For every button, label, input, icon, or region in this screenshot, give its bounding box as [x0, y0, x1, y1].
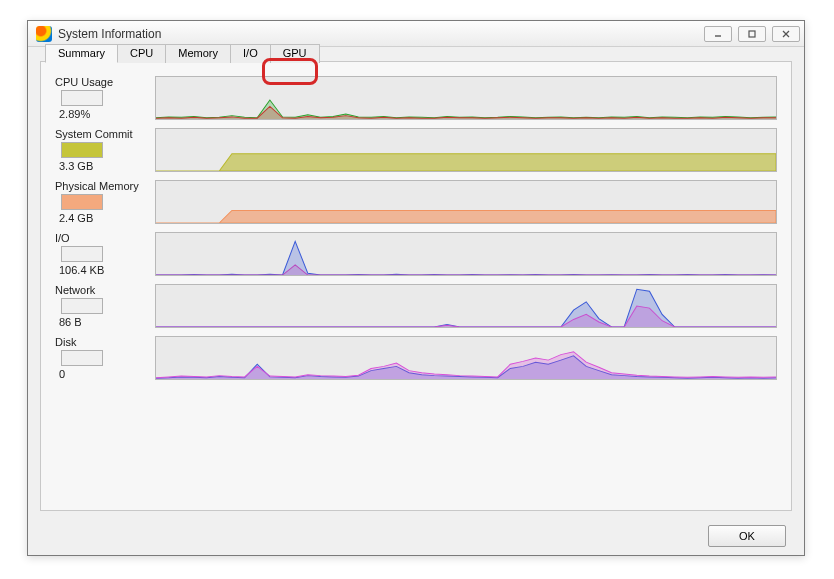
close-button[interactable] — [772, 26, 800, 42]
metric-row-net: Network86 B — [55, 284, 777, 328]
tabs-row: SummaryCPUMemoryI/OGPU — [45, 44, 319, 63]
metric-label: Network — [55, 284, 155, 296]
metric-row-disk: Disk0 — [55, 336, 777, 380]
graph-io — [155, 232, 777, 276]
metric-value: 0 — [59, 368, 155, 380]
tab-memory[interactable]: Memory — [165, 44, 231, 63]
graph-net — [155, 284, 777, 328]
metric-row-phys: Physical Memory2.4 GB — [55, 180, 777, 224]
metric-value: 3.3 GB — [59, 160, 155, 172]
metric-label: System Commit — [55, 128, 155, 140]
metric-label: Disk — [55, 336, 155, 348]
ok-button[interactable]: OK — [708, 525, 786, 547]
metric-left: System Commit3.3 GB — [55, 128, 155, 172]
graph-commit — [155, 128, 777, 172]
metric-left: Network86 B — [55, 284, 155, 328]
window-controls — [704, 26, 800, 42]
tab-gpu[interactable]: GPU — [270, 44, 320, 63]
metric-row-commit: System Commit3.3 GB — [55, 128, 777, 172]
metric-left: I/O106.4 KB — [55, 232, 155, 276]
metric-value: 2.4 GB — [59, 212, 155, 224]
metric-left: Disk0 — [55, 336, 155, 380]
minimize-button[interactable] — [704, 26, 732, 42]
metric-left: CPU Usage2.89% — [55, 76, 155, 120]
app-icon — [36, 26, 52, 42]
metric-row-cpu: CPU Usage2.89% — [55, 76, 777, 120]
metric-swatch — [61, 142, 103, 158]
graph-phys — [155, 180, 777, 224]
metric-value: 106.4 KB — [59, 264, 155, 276]
tab-cpu[interactable]: CPU — [117, 44, 166, 63]
window-title: System Information — [58, 27, 161, 41]
metric-row-io: I/O106.4 KB — [55, 232, 777, 276]
metrics-area: CPU Usage2.89%System Commit3.3 GBPhysica… — [41, 62, 791, 394]
metric-label: Physical Memory — [55, 180, 155, 192]
graph-disk — [155, 336, 777, 380]
metric-swatch — [61, 350, 103, 366]
tab-panel: SummaryCPUMemoryI/OGPU CPU Usage2.89%Sys… — [40, 61, 792, 511]
tab-io[interactable]: I/O — [230, 44, 271, 63]
metric-value: 2.89% — [59, 108, 155, 120]
metric-swatch — [61, 194, 103, 210]
graph-cpu — [155, 76, 777, 120]
metric-left: Physical Memory2.4 GB — [55, 180, 155, 224]
metric-label: I/O — [55, 232, 155, 244]
metric-value: 86 B — [59, 316, 155, 328]
tab-summary[interactable]: Summary — [45, 44, 118, 63]
system-information-window: System Information SummaryCPUMemoryI/OGP… — [27, 20, 805, 556]
metric-swatch — [61, 246, 103, 262]
metric-label: CPU Usage — [55, 76, 155, 88]
dialog-footer: OK — [708, 525, 786, 547]
metric-swatch — [61, 90, 103, 106]
svg-rect-1 — [749, 31, 755, 37]
metric-swatch — [61, 298, 103, 314]
maximize-button[interactable] — [738, 26, 766, 42]
